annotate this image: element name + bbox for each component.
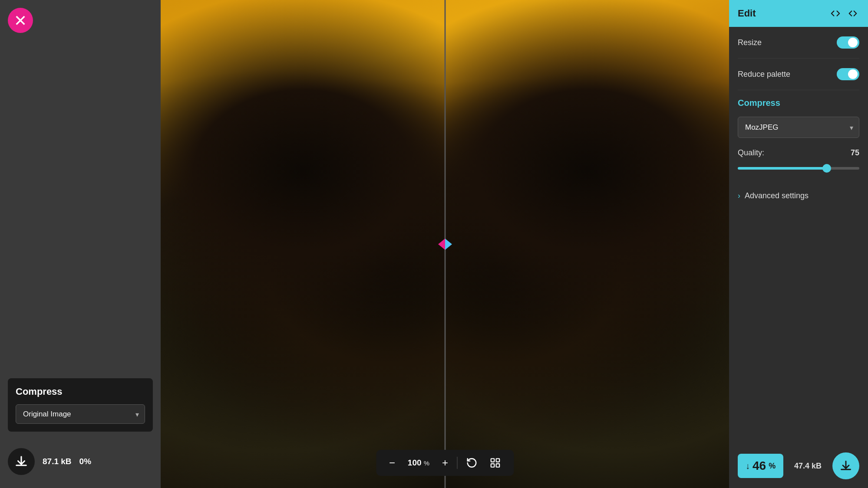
bottom-bar-left: 87.1 kB 0% [8,448,91,475]
resize-toggle[interactable] [837,36,859,49]
compress-section-header: Compress [729,90,868,112]
right-bottom-bar: ↓ 46 % 47.4 kB [729,444,868,488]
quality-value: 75 [851,148,859,157]
settings-section: Resize Reduce palette [729,27,868,90]
file-size-left: 87.1 kB [43,457,72,466]
image-area: − 100 % + [161,0,729,488]
reduce-palette-label: Reduce palette [738,70,790,79]
edit-header-icons [829,7,859,20]
grid-icon [489,457,501,468]
download-button-right[interactable] [832,452,859,479]
svg-rect-2 [491,459,494,462]
image-select[interactable]: Original Image Compressed [16,404,145,424]
bottom-toolbar: − 100 % + [376,450,514,476]
edit-header: Edit [729,0,868,27]
resize-toggle-slider [837,36,859,49]
advanced-settings-row[interactable]: › Advanced settings [729,184,868,207]
compressed-half [445,0,729,488]
reduce-palette-toggle-slider [837,68,859,80]
arrow-left-icon [438,239,445,250]
arrow-right-icon [445,239,452,250]
zoom-plus-button[interactable]: + [436,454,454,472]
reduce-palette-row: Reduce palette [738,59,859,90]
reset-icon [466,457,477,468]
split-handle-inner [438,239,452,250]
left-panel: Compress Original Image Compressed ▾ 87.… [0,0,161,488]
split-icon-button[interactable] [846,7,859,20]
edit-title: Edit [738,8,756,19]
compress-panel: Compress Original Image Compressed ▾ [8,378,153,432]
compress-panel-title: Compress [16,386,145,397]
compressed-size: 47.4 kB [794,462,822,471]
compress-section-title: Compress [738,98,780,108]
download-icon-left [15,455,28,468]
code-icon-button[interactable] [829,7,842,20]
split-view-icon [848,9,858,18]
percent-left: 0% [79,457,91,466]
advanced-settings-label: Advanced settings [745,191,809,200]
toolbar-divider [457,457,457,469]
download-button-left[interactable] [8,448,35,475]
split-handle[interactable] [434,233,456,255]
compression-arrow-icon: ↓ [746,461,750,471]
code-icon [831,9,840,18]
right-panel: Edit Resize R [729,0,868,488]
reset-button[interactable] [460,455,483,471]
quality-slider-wrapper [738,164,859,171]
resize-label: Resize [738,38,762,47]
zoom-display: 100 % [401,455,436,470]
original-half [161,0,445,488]
advanced-arrow-icon: › [738,191,740,200]
compression-percent: 46 [752,459,766,473]
close-button[interactable] [8,8,33,33]
download-icon-right [840,460,852,472]
compression-unit: % [769,462,776,471]
codec-select-wrapper: MozJPEG WebP AVIF JPEG XL ▾ [738,117,859,138]
codec-select[interactable]: MozJPEG WebP AVIF JPEG XL [738,117,859,138]
compress-select-wrapper: Original Image Compressed ▾ [16,404,145,424]
quality-row: Quality: 75 [738,148,859,157]
resize-row: Resize [738,27,859,59]
original-image-bg [161,0,445,488]
svg-rect-3 [496,459,499,462]
compressed-image-bg [445,0,729,488]
compression-badge: ↓ 46 % [738,454,783,478]
close-icon [14,14,26,26]
svg-rect-4 [491,464,494,467]
reduce-palette-toggle[interactable] [837,68,859,80]
zoom-unit: % [424,459,429,467]
svg-rect-5 [496,464,499,467]
grid-button[interactable] [483,455,507,471]
image-container [161,0,729,488]
quality-slider[interactable] [738,167,859,170]
zoom-minus-button[interactable]: − [383,454,401,472]
compress-settings: MozJPEG WebP AVIF JPEG XL ▾ Quality: 75 [729,112,868,184]
quality-label: Quality: [738,148,764,157]
